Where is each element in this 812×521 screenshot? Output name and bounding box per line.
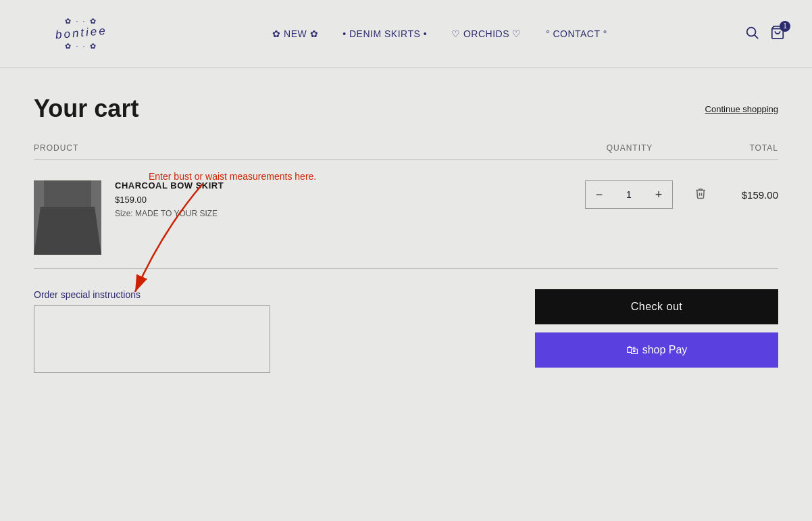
checkout-button[interactable]: Check out xyxy=(535,289,778,324)
header-icons: 1 xyxy=(744,25,785,43)
col-product-header: PRODUCT xyxy=(34,143,562,153)
product-image xyxy=(34,180,101,255)
item-details: CHARCOAL BOW SKIRT $159.00 Size: MADE TO… xyxy=(115,180,576,218)
item-total: $159.00 xyxy=(717,189,778,201)
cart-item: CHARCOAL BOW SKIRT $159.00 Size: MADE TO… xyxy=(34,167,778,269)
delete-item-button[interactable] xyxy=(694,187,707,202)
shop-pay-button[interactable]: 🛍 shop Pay xyxy=(535,332,778,368)
site-header: ✿ · · ✿ bontiee ✿ · · ✿ ✿ NEW ✿ • DENIM … xyxy=(0,0,812,68)
nav-new[interactable]: ✿ NEW ✿ xyxy=(272,28,318,39)
col-total-header: TOTAL xyxy=(697,143,778,153)
svg-line-1 xyxy=(755,35,758,39)
quantity-decrease-button[interactable]: − xyxy=(586,181,613,208)
item-name: CHARCOAL BOW SKIRT xyxy=(115,180,576,191)
checkout-section: Check out 🛍 shop Pay xyxy=(535,289,778,368)
cart-icon-wrapper[interactable]: 1 xyxy=(770,25,785,43)
quantity-value: 1 xyxy=(613,189,645,200)
quantity-controls: − 1 + xyxy=(585,180,673,209)
shop-pay-bag-icon: 🛍 xyxy=(626,343,638,357)
search-icon[interactable] xyxy=(744,25,759,43)
main-nav: ✿ NEW ✿ • DENIM SKIRTS • ♡ ORCHIDS ♡ ° C… xyxy=(272,28,607,39)
nav-denim-skirts[interactable]: • DENIM SKIRTS • xyxy=(342,28,427,39)
trash-icon xyxy=(694,187,707,199)
nav-orchids[interactable]: ♡ ORCHIDS ♡ xyxy=(451,28,522,39)
special-instructions-textarea[interactable] xyxy=(34,305,270,373)
item-right: − 1 + $159.00 xyxy=(576,180,778,209)
continue-shopping-link[interactable]: Continue shopping xyxy=(705,104,778,114)
cart-bottom: Order special instructions Check out 🛍 s… xyxy=(34,289,778,376)
size-label: Size: xyxy=(115,209,133,218)
col-quantity-header: QUANTITY xyxy=(562,143,697,153)
special-instructions-label: Order special instructions xyxy=(34,289,494,300)
item-price: $159.00 xyxy=(115,195,576,205)
svg-point-0 xyxy=(747,27,756,36)
item-size: Size: MADE TO YOUR SIZE xyxy=(115,209,576,218)
shop-pay-label: shop Pay xyxy=(642,344,688,356)
special-instructions-section: Order special instructions xyxy=(34,289,494,376)
site-logo[interactable]: ✿ · · ✿ bontiee ✿ · · ✿ xyxy=(27,10,135,57)
quantity-increase-button[interactable]: + xyxy=(645,181,672,208)
nav-contact[interactable]: ° CONTACT ° xyxy=(546,28,607,39)
size-value: MADE TO YOUR SIZE xyxy=(135,209,218,218)
cart-table-header: PRODUCT QUANTITY TOTAL xyxy=(34,143,778,160)
cart-badge: 1 xyxy=(780,21,790,32)
cart-title: Your cart xyxy=(34,95,138,123)
cart-header: Your cart Continue shopping xyxy=(34,95,778,123)
main-content: Your cart Continue shopping PRODUCT QUAN… xyxy=(0,68,812,403)
